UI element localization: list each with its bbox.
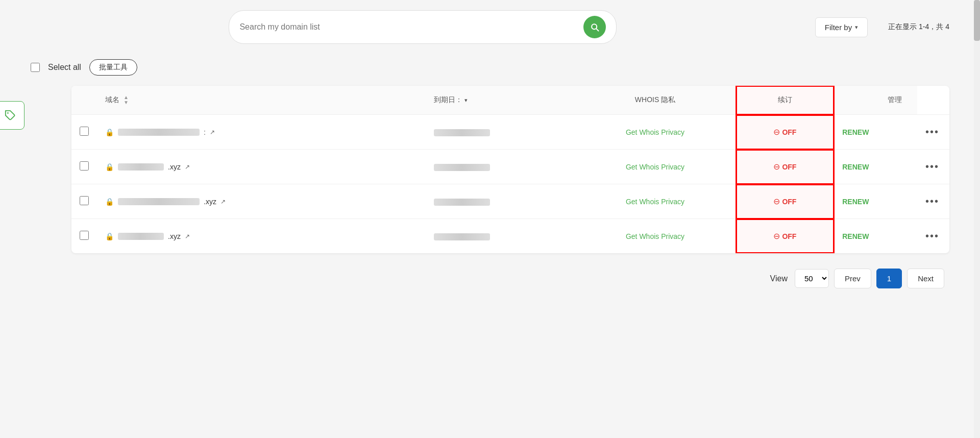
expiry-filter-icon[interactable]: ▾ xyxy=(464,97,468,103)
expiry-cell-1 xyxy=(426,115,575,150)
whois-link[interactable]: Get Whois Privacy xyxy=(626,232,684,240)
table-header-row: 域名 ▲ ▼ 到期日： ▾ WHOIS 隐私 续订 管理 xyxy=(71,86,949,115)
more-options-icon[interactable]: ••• xyxy=(925,230,939,241)
header-whois: WHOIS 隐私 xyxy=(574,86,736,115)
domain-name-blurred xyxy=(118,233,164,240)
lock-icon: 🔒 xyxy=(105,163,114,171)
search-input[interactable] xyxy=(239,22,583,32)
prev-button[interactable]: Prev xyxy=(834,269,871,288)
filter-chevron-icon: ▾ xyxy=(855,24,858,31)
domain-table-container: 域名 ▲ ▼ 到期日： ▾ WHOIS 隐私 续订 管理 xyxy=(71,86,949,253)
off-circle-icon: ⊖ xyxy=(773,231,780,241)
bulk-tools-button[interactable]: 批量工具 xyxy=(89,59,137,76)
header-checkbox-col xyxy=(71,86,97,115)
svg-point-0 xyxy=(7,112,9,114)
renew-cell-4: ⊖ OFF xyxy=(736,219,835,254)
pagination-row: View 50 Prev 1 Next xyxy=(31,269,949,288)
row-checkbox-cell xyxy=(71,115,97,150)
manage-cell-4: ••• xyxy=(917,219,949,254)
off-text: OFF xyxy=(782,128,796,136)
date-blurred xyxy=(434,199,490,206)
tag-icon xyxy=(5,110,16,121)
whois-cell-2: Get Whois Privacy xyxy=(574,150,736,184)
select-all-checkbox[interactable] xyxy=(31,63,40,72)
lock-icon: 🔒 xyxy=(105,232,114,240)
more-options-icon[interactable]: ••• xyxy=(925,196,939,207)
off-text: OFF xyxy=(782,232,796,240)
row-checkbox-cell xyxy=(71,184,97,219)
tag-icon-side xyxy=(0,101,24,130)
renew-action-cell-3: RENEW xyxy=(834,184,917,219)
external-link-icon[interactable]: ↗ xyxy=(185,233,190,240)
external-link-icon[interactable]: ↗ xyxy=(210,129,215,136)
domain-sort-icon[interactable]: ▲ ▼ xyxy=(124,95,129,105)
date-blurred xyxy=(434,233,490,240)
more-options-icon[interactable]: ••• xyxy=(925,161,939,172)
off-text: OFF xyxy=(782,198,796,206)
whois-link[interactable]: Get Whois Privacy xyxy=(626,163,684,171)
lock-icon: 🔒 xyxy=(105,128,114,136)
row-checkbox[interactable] xyxy=(80,231,89,240)
row-checkbox[interactable] xyxy=(80,161,89,171)
expiry-cell-4 xyxy=(426,219,575,254)
select-all-row: Select all 批量工具 xyxy=(31,59,949,76)
domain-ext: : xyxy=(204,128,206,136)
scrollbar-thumb[interactable] xyxy=(974,0,980,41)
header-expiry: 到期日： ▾ xyxy=(426,86,575,115)
search-button[interactable] xyxy=(583,16,606,38)
domain-cell-1: 🔒 : ↗ xyxy=(97,115,426,150)
search-icon xyxy=(590,22,600,32)
select-all-label[interactable]: Select all xyxy=(48,63,81,72)
renew-button[interactable]: RENEW xyxy=(842,198,869,206)
row-checkbox[interactable] xyxy=(80,127,89,136)
whois-cell-3: Get Whois Privacy xyxy=(574,184,736,219)
external-link-icon[interactable]: ↗ xyxy=(220,198,226,205)
more-options-icon[interactable]: ••• xyxy=(925,126,939,137)
table-row: 🔒 .xyz ↗ Get Whois Privacy xyxy=(71,150,949,184)
header-manage: 管理 xyxy=(834,86,917,115)
renew-cell-2: ⊖ OFF xyxy=(736,150,835,184)
scrollbar-track xyxy=(974,0,980,438)
page-info: 正在显示 1-4，共 4 xyxy=(888,22,949,32)
table-body: 🔒 : ↗ Get Whois Privacy xyxy=(71,115,949,254)
date-blurred xyxy=(434,129,490,136)
renew-button[interactable]: RENEW xyxy=(842,163,869,171)
off-circle-icon: ⊖ xyxy=(773,197,780,206)
filter-by-button[interactable]: Filter by ▾ xyxy=(815,17,868,37)
row-checkbox[interactable] xyxy=(80,196,89,205)
next-button[interactable]: Next xyxy=(907,269,944,288)
row-checkbox-cell xyxy=(71,219,97,254)
search-container xyxy=(229,10,617,44)
renew-action-cell-2: RENEW xyxy=(834,150,917,184)
renew-button[interactable]: RENEW xyxy=(842,232,869,240)
renew-action-cell-1: RENEW xyxy=(834,115,917,150)
domain-ext: .xyz xyxy=(204,198,216,206)
header-renew: 续订 xyxy=(736,86,835,115)
expiry-cell-2 xyxy=(426,150,575,184)
filter-by-label: Filter by xyxy=(825,23,852,32)
table-row: 🔒 .xyz ↗ Get Whois Privacy xyxy=(71,219,949,254)
table-row: 🔒 .xyz ↗ Get Whois Privacy xyxy=(71,184,949,219)
off-circle-icon: ⊖ xyxy=(773,127,780,137)
renew-button[interactable]: RENEW xyxy=(842,128,869,136)
tag-icon-button[interactable] xyxy=(0,101,24,130)
external-link-icon[interactable]: ↗ xyxy=(185,163,190,171)
header-domain: 域名 ▲ ▼ xyxy=(97,86,426,115)
whois-cell-4: Get Whois Privacy xyxy=(574,219,736,254)
domain-cell-3: 🔒 .xyz ↗ xyxy=(97,184,426,219)
renew-action-cell-4: RENEW xyxy=(834,219,917,254)
search-bar-row: Filter by ▾ 正在显示 1-4，共 4 xyxy=(31,10,949,44)
current-page-button[interactable]: 1 xyxy=(876,269,902,288)
table-row: 🔒 : ↗ Get Whois Privacy xyxy=(71,115,949,150)
whois-link[interactable]: Get Whois Privacy xyxy=(626,128,684,136)
domain-ext: .xyz xyxy=(168,163,181,171)
main-area: 域名 ▲ ▼ 到期日： ▾ WHOIS 隐私 续订 管理 xyxy=(31,86,949,253)
expiry-cell-3 xyxy=(426,184,575,219)
domain-ext: .xyz xyxy=(168,232,181,240)
view-label: View xyxy=(770,274,788,283)
manage-cell-3: ••• xyxy=(917,184,949,219)
view-count-select[interactable]: 50 xyxy=(795,269,829,288)
whois-link[interactable]: Get Whois Privacy xyxy=(626,198,684,206)
off-circle-icon: ⊖ xyxy=(773,162,780,172)
domain-name-blurred xyxy=(118,198,200,205)
